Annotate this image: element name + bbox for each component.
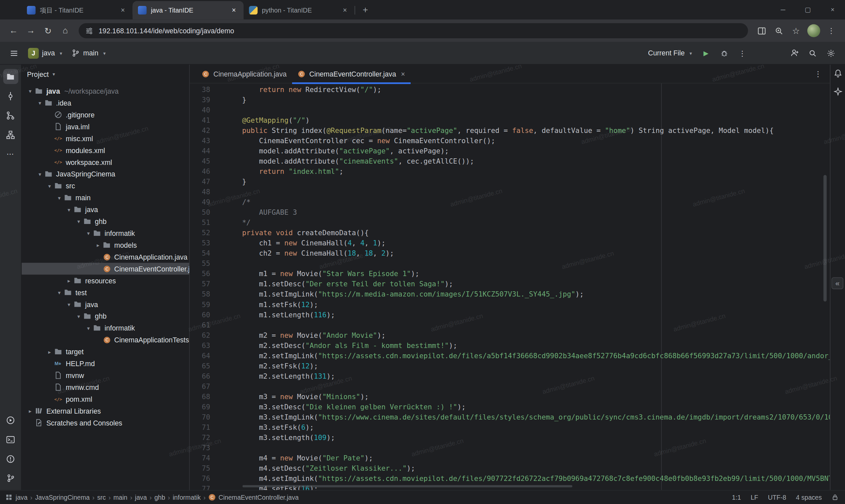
tree-item-resources[interactable]: ▸resources [21,275,189,287]
breadcrumb-item[interactable]: src [98,493,106,501]
tree-item-.idea[interactable]: ▾.idea [21,97,189,109]
address-bar[interactable]: 192.168.101.144/ide/web/coding/java/demo [78,23,748,38]
run-tool-icon[interactable] [3,412,18,428]
ai-assistant-icon[interactable] [833,87,842,98]
tree-item-main[interactable]: ▾main [21,192,189,203]
project-selector[interactable]: J java ▾ [25,46,65,61]
refresh-button[interactable]: ↻ [40,23,56,39]
terminal-tool-icon[interactable] [3,432,18,447]
code-editor[interactable]: 38 return new RedirectView("/");39 }4041… [190,84,830,490]
tree-item-cinemaapplicationtests.java[interactable]: CCinemaApplicationTests.java [21,334,189,346]
chevron-down-icon[interactable]: ▾ [74,218,83,224]
breadcrumb-item[interactable]: JavaSpringCinema [35,493,90,501]
tree-item-.gitignore[interactable]: .gitignore [21,109,189,121]
tree-item-ghb[interactable]: ▾ghb [21,310,189,322]
tree-item-modules.xml[interactable]: </>modules.xml [21,144,189,156]
editor-tab-cinemaapplication.java[interactable]: CCinemaApplication.java [196,64,292,83]
editor-options-icon[interactable]: ⋮ [814,70,830,78]
browser-tab[interactable]: 项目 - TitanIDE× [21,1,133,19]
collapse-panel-icon[interactable]: « [831,277,843,289]
window-close-button[interactable]: × [820,0,845,19]
run-config-selector[interactable]: Current File ▾ [645,46,696,61]
chevron-down-icon[interactable]: ▾ [84,230,93,236]
tree-item-mvnw.cmd[interactable]: mvnw.cmd [21,381,189,393]
avatar[interactable] [807,24,820,37]
horizontal-scrollbar[interactable] [243,485,573,487]
tree-item-java[interactable]: ▾java [21,203,189,215]
breadcrumb-item[interactable]: informatik [173,493,201,501]
chevron-down-icon[interactable]: ▾ [65,301,73,307]
lock-icon[interactable] [831,494,839,501]
branch-selector[interactable]: main ▾ [69,46,109,61]
tree-item-src[interactable]: ▾src [21,180,189,192]
chevron-right-icon[interactable]: ▸ [94,242,102,248]
tree-item-target[interactable]: ▸target [21,346,189,358]
debug-button[interactable] [717,46,732,61]
tab-close-icon[interactable]: × [230,6,238,15]
pull-requests-tool-icon[interactable] [3,108,18,123]
site-info-icon[interactable] [85,27,93,35]
tree-item-cinemaeventcontroller.java[interactable]: CCinemaEventController.java [21,263,189,275]
tree-item-ghb[interactable]: ▾ghb [21,215,189,227]
code-with-me-icon[interactable] [787,46,802,61]
tree-item-scratches-and-consoles[interactable]: Scratches and Consoles [21,417,189,429]
vertical-scrollbar[interactable] [824,175,827,302]
tree-item-workspace.xml[interactable]: </>workspace.xml [21,156,189,168]
version-control-tool-icon[interactable] [3,471,18,486]
tree-item-help.md[interactable]: MHELP.md [21,358,189,370]
chevron-down-icon[interactable]: ▾ [55,195,64,200]
url-text[interactable]: 192.168.101.144/ide/web/coding/java/demo [99,27,234,35]
tree-item-javaspringcinema[interactable]: ▾JavaSpringCinema [21,168,189,180]
breadcrumb-item[interactable]: main [113,493,127,501]
run-more-icon[interactable]: ⋮ [735,46,750,61]
tree-item-informatik[interactable]: ▾informatik [21,227,189,239]
tree-item-misc.xml[interactable]: </>misc.xml [21,132,189,144]
side-panel-icon[interactable] [753,23,770,39]
project-panel-header[interactable]: Project ▾ [21,65,189,84]
window-minimize-button[interactable]: ─ [771,0,795,19]
caret-position[interactable]: 1:1 [732,493,741,501]
breadcrumb-item[interactable]: ghb [155,493,165,501]
project-tool-icon[interactable] [3,69,18,84]
chevron-down-icon[interactable]: ▾ [26,88,34,94]
browser-tab[interactable]: java - TitanIDE× [133,1,244,19]
back-button[interactable]: ← [5,23,21,39]
file-encoding[interactable]: UTF-8 [768,493,786,501]
window-maximize-button[interactable]: ▢ [795,0,820,19]
search-icon[interactable] [805,46,820,61]
more-tools-icon[interactable]: ⋯ [3,146,18,162]
run-button[interactable]: ▶ [699,46,714,61]
forward-button[interactable]: → [23,23,39,39]
tree-item-test[interactable]: ▾test [21,286,189,298]
chevron-down-icon[interactable]: ▾ [36,100,44,106]
chevron-right-icon[interactable]: ▸ [65,278,73,284]
chevron-right-icon[interactable]: ▸ [26,408,34,414]
notifications-bell-icon[interactable] [833,69,842,80]
commit-tool-icon[interactable] [3,88,18,104]
browser-menu-icon[interactable]: ⋮ [824,23,840,39]
tree-item-models[interactable]: ▸models [21,239,189,251]
tab-close-icon[interactable]: × [341,6,349,15]
zoom-icon[interactable] [771,23,787,39]
breadcrumb-item[interactable]: java [16,493,28,501]
tree-item-java.iml[interactable]: java.iml [21,121,189,132]
tree-item-external-libraries[interactable]: ▸External Libraries [21,405,189,417]
chevron-down-icon[interactable]: ▾ [45,183,54,189]
main-menu-icon[interactable] [6,46,22,61]
structure-tool-icon[interactable] [3,127,18,142]
tree-item-java[interactable]: ▾java [21,298,189,310]
chevron-down-icon[interactable]: ▾ [74,313,83,319]
bookmark-star-icon[interactable]: ☆ [788,23,804,39]
chevron-down-icon[interactable]: ▾ [84,325,93,331]
tree-item-java[interactable]: ▾java~/workspace/java [21,85,189,97]
editor-tab-cinemaeventcontroller.java[interactable]: CCinemaEventController.java× [292,64,411,83]
tab-close-icon[interactable]: × [401,70,405,77]
browser-tab[interactable]: python - TitanIDE× [244,1,354,19]
breadcrumb-item[interactable]: java [135,493,147,501]
tab-close-icon[interactable]: × [119,6,127,15]
chevron-down-icon[interactable]: ▾ [65,206,73,212]
problems-tool-icon[interactable] [3,451,18,466]
tree-item-mvnw[interactable]: mvnw [21,370,189,381]
tree-item-pom.xml[interactable]: </>pom.xml [21,393,189,405]
settings-gear-icon[interactable] [824,46,839,61]
